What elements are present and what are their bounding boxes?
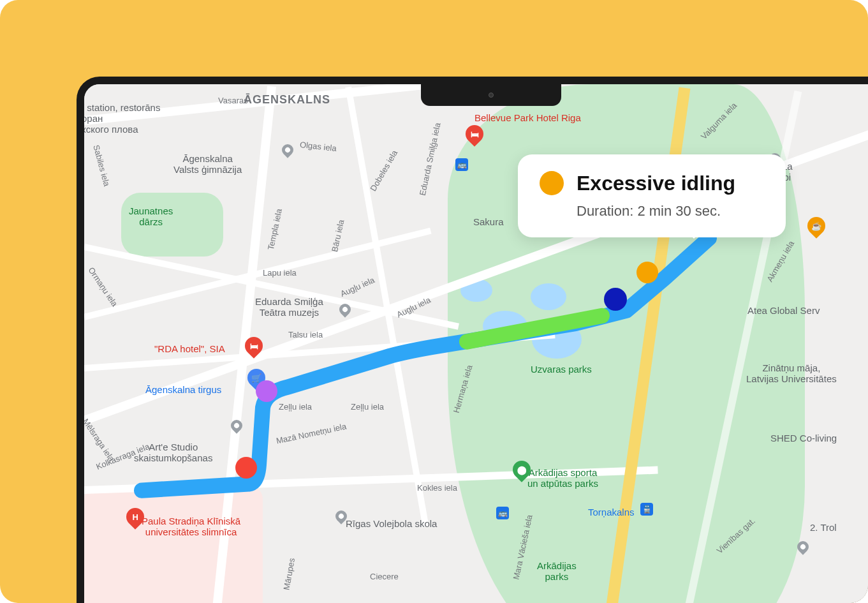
poi-hospital-label[interactable]: Paula Stradiņa Klīniskā universitātes sl… xyxy=(142,516,240,537)
street-label: Talsu iela xyxy=(288,330,323,339)
street-label: Zeļļu iela xyxy=(279,402,312,412)
poi-shop-label[interactable]: Āgenskalna tirgus xyxy=(145,384,221,395)
poi-salon-label[interactable]: Art'e Studio skaistumkopšanas xyxy=(134,442,212,463)
hospital-zone xyxy=(84,486,263,603)
camera-dot xyxy=(489,93,494,98)
poi-transit-label[interactable]: Torņakalns xyxy=(588,507,635,517)
event-marker-harsh[interactable] xyxy=(256,380,277,402)
street-label: Ormaņu iela xyxy=(86,265,119,308)
street-label: Templa iela xyxy=(266,208,284,251)
poi-university-label[interactable]: Zinātņu māja, Latvijas Universitātes xyxy=(746,362,837,384)
street-label: Lapu iela xyxy=(263,268,297,278)
street-label: Eduarda Smiļģa iela xyxy=(418,122,443,197)
street-label: Mazā Nometņu iela xyxy=(276,422,348,446)
food-pin-icon[interactable]: ☕ xyxy=(804,213,829,239)
poi-park-label[interactable]: Arkādijas sporta un atpūtas parks xyxy=(527,467,598,489)
street-label: Dobeles iela xyxy=(368,149,399,193)
event-callout[interactable]: Excessive idling Duration: 2 min 30 sec. xyxy=(518,154,786,237)
device-mockup-frame: Vasaras Olgas iela Dobeles iela Eduarda … xyxy=(0,0,868,603)
event-callout-subtitle: Duration: 2 min 30 sec. xyxy=(577,203,764,220)
street-label: Zeļļu iela xyxy=(351,402,384,412)
map-canvas[interactable]: Vasaras Olgas iela Dobeles iela Eduarda … xyxy=(84,84,868,603)
street-label: Mārupes xyxy=(282,557,297,590)
street-label: Sabiles iela xyxy=(91,144,112,187)
poi-school-label[interactable]: Āgenskalna Valsts ģimnāzija xyxy=(173,153,242,175)
event-marker-stop[interactable] xyxy=(235,457,257,479)
poi-label[interactable]: Sakura xyxy=(473,216,504,227)
poi-park-label[interactable]: Jaunatnes dārzs xyxy=(129,205,173,227)
laptop-notch xyxy=(421,84,561,106)
water-body xyxy=(531,283,566,310)
poi-school-label[interactable]: Rīgas Volejbola skola xyxy=(346,518,437,529)
district-label: ĀGENSKALNS xyxy=(244,93,330,107)
laptop-bezel: Vasaras Olgas iela Dobeles iela Eduarda … xyxy=(77,77,868,603)
event-indicator-icon xyxy=(540,171,564,195)
street-label: Kokles iela xyxy=(417,483,457,493)
event-callout-title: Excessive idling xyxy=(577,172,735,195)
poi-transit-label[interactable]: 2. Trol xyxy=(810,522,837,533)
bus-stop-icon[interactable]: 🚌 xyxy=(496,507,509,519)
poi-park-label[interactable]: Uzvaras parks xyxy=(531,364,592,375)
bus-stop-icon[interactable]: 🚌 xyxy=(455,158,468,171)
event-marker-waypoint[interactable] xyxy=(604,288,627,311)
poi-label[interactable]: SHED Co-living xyxy=(770,433,837,443)
street-label: Olgas iela xyxy=(299,140,337,153)
poi-hotel-label[interactable]: Bellevue Park Hotel Riga xyxy=(474,112,581,123)
poi-hotel-label[interactable]: "RDA hotel", SIA xyxy=(154,343,225,354)
school-pin-icon[interactable] xyxy=(279,142,295,158)
street-label: Bāru iela xyxy=(330,219,346,253)
rail-stop-icon[interactable]: 🚆 xyxy=(640,503,653,516)
poi-station-label[interactable]: / station, restorāns оран кского плова xyxy=(84,102,160,135)
poi-park-label[interactable]: Arkādijas parks xyxy=(537,560,577,582)
map-screen[interactable]: Vasaras Olgas iela Dobeles iela Eduarda … xyxy=(84,84,868,603)
event-marker-idling[interactable] xyxy=(636,262,658,283)
poi-museum-label[interactable]: Eduarda Smiļģa Teātra muzejs xyxy=(255,296,323,318)
poi-office-label[interactable]: Atea Global Serv xyxy=(747,305,820,316)
street-label: Augļu iela xyxy=(339,275,376,299)
street-label: Ciecere xyxy=(370,572,399,581)
